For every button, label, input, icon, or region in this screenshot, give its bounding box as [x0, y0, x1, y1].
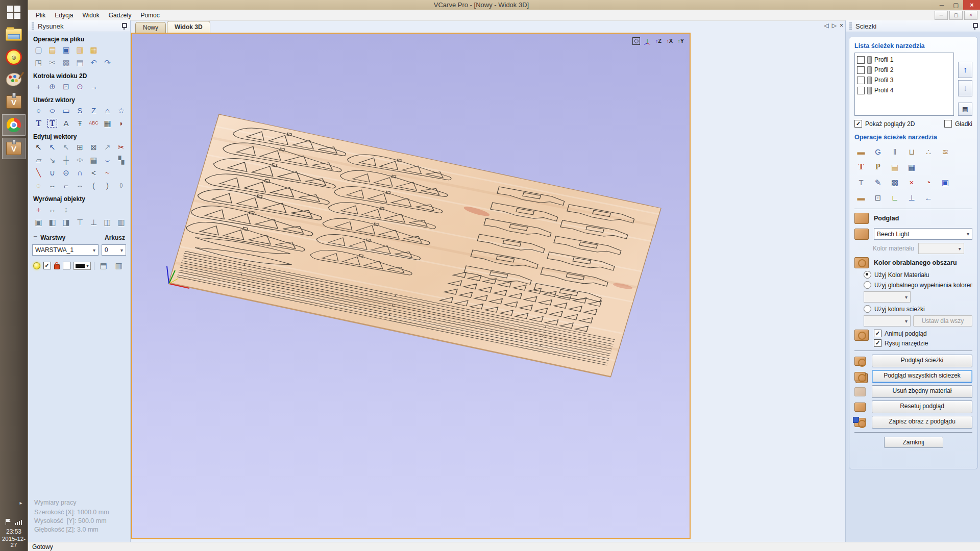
toolpath-list[interactable]: Profil 1 Profil 2 Profil 3: [854, 53, 954, 116]
center-in-material-icon[interactable]: +: [32, 204, 45, 215]
smooth-checkbox[interactable]: [944, 120, 952, 128]
align-center-icon[interactable]: ▣: [32, 216, 45, 228]
cut-icon[interactable]: ✂: [46, 57, 59, 68]
job-setup-icon[interactable]: ◳: [32, 57, 45, 68]
draw-tool-checkbox[interactable]: [874, 339, 881, 347]
new-file-icon[interactable]: ▢: [32, 44, 45, 56]
vector-trim-icon[interactable]: ✂: [115, 141, 128, 153]
trim-icon[interactable]: ╲: [32, 167, 45, 179]
pan-icon[interactable]: +: [32, 81, 45, 92]
preview-all-toolpaths-button[interactable]: Podgląd wszystkich siciezek: [872, 370, 972, 383]
taskbar-clock[interactable]: 23:53: [0, 528, 28, 536]
toolpath-item-2[interactable]: Profil 2: [857, 65, 951, 75]
toolpath-item-3[interactable]: Profil 3: [857, 75, 951, 85]
align-right-icon[interactable]: ◨: [60, 216, 72, 228]
edit-layers-icon[interactable]: ▤: [97, 260, 110, 271]
vcarve-running-button[interactable]: V: [2, 138, 26, 159]
paste-array-icon[interactable]: ▦: [101, 117, 114, 129]
zoom-selected-icon[interactable]: ⊙: [74, 81, 86, 92]
menu-pomoc[interactable]: Pomoc: [136, 11, 164, 20]
center-vertical-icon[interactable]: ↕: [60, 204, 72, 215]
copy-icon[interactable]: ▩: [60, 57, 72, 68]
clipart-icon[interactable]: ◗: [115, 117, 128, 129]
toolpath-checkbox[interactable]: [857, 87, 865, 94]
space-vertical-icon[interactable]: ▥: [115, 216, 128, 228]
toolpath-item-1[interactable]: Profil 1: [857, 55, 951, 65]
draw-star-icon[interactable]: ☆: [115, 105, 128, 116]
draw-text-icon[interactable]: T: [32, 117, 45, 129]
estimate-time-icon[interactable]: ◔: [922, 176, 935, 188]
close-preview-button[interactable]: Zamknij: [884, 437, 943, 448]
taskbar-date[interactable]: 2015-12-27: [0, 536, 28, 548]
offset-icon[interactable]: ▱: [32, 154, 45, 166]
draw-rectangle-icon[interactable]: ▭: [60, 105, 72, 116]
edit-gcode-icon[interactable]: ✎: [871, 176, 885, 188]
remove-waste-button[interactable]: Usuń zbędny materiał: [872, 385, 972, 398]
extend-icon[interactable]: ~: [101, 167, 114, 179]
prism-toolpath-icon[interactable]: P: [871, 161, 885, 173]
profile-toolpath-icon[interactable]: G: [871, 145, 885, 158]
array-copy-icon[interactable]: ▦: [87, 154, 100, 166]
axes-xz-icon[interactable]: ∟: [888, 191, 901, 204]
y-view-icon[interactable]: ↑Y: [676, 36, 685, 45]
redo-icon[interactable]: ↷: [101, 57, 114, 68]
pocket-toolpath-icon[interactable]: ⊔: [905, 145, 918, 158]
intersect-icon[interactable]: ∩: [74, 167, 86, 179]
tab-widok-3d[interactable]: Widok 3D: [167, 21, 210, 33]
use-global-fill-radio[interactable]: [864, 281, 871, 289]
import-vectors-icon[interactable]: ▥: [74, 44, 86, 56]
switch-view-icon[interactable]: →: [87, 81, 100, 92]
group-icon[interactable]: ⊞: [74, 141, 86, 153]
subtract-icon[interactable]: ⊖: [60, 167, 72, 179]
fillet-icon[interactable]: ⌣: [101, 154, 114, 166]
network-icon[interactable]: [15, 520, 22, 525]
file-explorer-button[interactable]: [3, 24, 25, 45]
move-selection-icon[interactable]: ↖: [60, 141, 72, 153]
text-box-icon[interactable]: T: [46, 117, 59, 129]
paste-icon[interactable]: ▤: [74, 57, 86, 68]
set-for-all-button[interactable]: Ustaw dla wszy: [913, 315, 972, 327]
minimize-button[interactable]: ─: [935, 0, 949, 10]
smiley-app-button[interactable]: ☺: [3, 47, 25, 67]
tab-scroll-right-icon[interactable]: ▷: [832, 22, 837, 29]
axes-xyz-icon[interactable]: ⊥: [905, 191, 918, 204]
menu-plik[interactable]: Plik: [31, 11, 50, 20]
layer-visible-checkbox[interactable]: [43, 262, 51, 269]
panel-grip[interactable]: [849, 22, 852, 30]
center-horizontal-icon[interactable]: ↔: [46, 204, 59, 215]
drilling-toolpath-icon[interactable]: ∴: [922, 145, 935, 158]
draw-ellipse-icon[interactable]: ○: [46, 105, 59, 116]
material-setup-2-icon[interactable]: ▬: [854, 191, 868, 204]
node-edit-icon[interactable]: ↖: [46, 141, 59, 153]
zoom-extents-icon[interactable]: [631, 36, 641, 45]
delete-toolpath-icon[interactable]: ×: [905, 176, 918, 188]
menu-edycja[interactable]: Edycja: [50, 11, 78, 20]
tab-close-icon[interactable]: ×: [840, 22, 843, 29]
draw-curve-icon[interactable]: S: [74, 105, 86, 116]
sheet-select[interactable]: 0 ▾: [102, 244, 126, 256]
pin-icon[interactable]: [121, 23, 127, 30]
text-toolpath-icon[interactable]: T: [854, 176, 868, 188]
preview-toolpaths-icon[interactable]: ⊡: [871, 191, 885, 204]
join-curve-icon[interactable]: ⌢: [74, 180, 86, 191]
start-button[interactable]: [3, 2, 25, 22]
mirror-icon[interactable]: ◁▷: [74, 154, 86, 166]
preview-toolpath-button[interactable]: Podgląd ścieżki: [872, 355, 972, 367]
3d-view-canvas[interactable]: ↑Z ↑X ↑Y: [131, 33, 691, 539]
undo-icon[interactable]: ↶: [87, 57, 100, 68]
moulding-toolpath-icon[interactable]: ▤: [888, 161, 901, 173]
arc-text-icon[interactable]: ABC: [87, 117, 100, 129]
draw-polygon-icon[interactable]: ⌂: [101, 105, 114, 116]
material-setup-icon[interactable]: ▬: [854, 145, 868, 158]
open-file-icon[interactable]: ▤: [46, 44, 59, 56]
show-2d-previews-checkbox[interactable]: [854, 120, 862, 128]
close-loop-icon[interactable]: ◌: [32, 180, 45, 191]
menu-gadzety[interactable]: Gadżety: [104, 11, 136, 20]
material-select[interactable]: Beech Light ▾: [874, 228, 972, 240]
child-restore-button[interactable]: ▢: [949, 11, 963, 20]
toolpath-checkbox[interactable]: [857, 77, 865, 84]
layer-visibility-icon[interactable]: [33, 262, 40, 269]
toolpath-checkbox[interactable]: [857, 56, 865, 64]
move-toolpath-down-button[interactable]: ↓: [958, 80, 972, 96]
paint-button[interactable]: [3, 69, 25, 90]
